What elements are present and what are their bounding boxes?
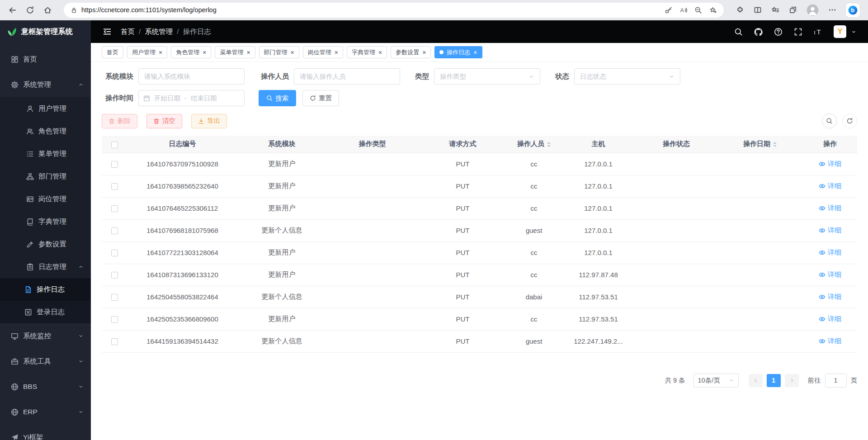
goto-page-input[interactable] (825, 374, 847, 388)
close-icon[interactable]: × (378, 49, 382, 56)
profile-icon[interactable] (807, 4, 819, 16)
close-icon[interactable]: × (473, 49, 477, 56)
tab-post-management[interactable]: 岗位管理× (303, 46, 343, 58)
favorites-bar-icon[interactable] (771, 6, 779, 14)
collections-icon[interactable] (789, 6, 797, 14)
sidebar-item-bbs[interactable]: BBS (0, 374, 91, 399)
operator-input[interactable] (294, 68, 400, 85)
detail-link[interactable]: 详细 (819, 160, 841, 168)
detail-link[interactable]: 详细 (819, 337, 841, 345)
select-all-checkbox[interactable] (111, 142, 118, 148)
tab-user-management[interactable]: 用户管理× (127, 46, 167, 58)
sidebar-item-dict-management[interactable]: 字典管理 (0, 210, 91, 233)
tab-role-management[interactable]: 角色管理× (171, 46, 211, 58)
breadcrumb-item[interactable]: 系统管理 (145, 27, 173, 37)
row-checkbox[interactable] (111, 250, 118, 256)
sort-icon[interactable] (773, 142, 777, 147)
row-checkbox[interactable] (111, 205, 118, 212)
breadcrumb-item[interactable]: 首页 (121, 27, 135, 37)
detail-link[interactable]: 详细 (819, 270, 841, 279)
collapse-sidebar-icon[interactable] (103, 27, 112, 36)
font-size-icon[interactable]: tT (814, 28, 822, 36)
split-screen-icon[interactable] (754, 6, 762, 14)
sidebar-item-system-management[interactable]: 系统管理 (0, 72, 91, 97)
sidebar-item-user-management[interactable]: 用户管理 (0, 97, 91, 120)
zoom-out-icon[interactable] (694, 6, 702, 14)
detail-link[interactable]: 详细 (819, 293, 841, 301)
detail-link[interactable]: 详细 (819, 248, 841, 257)
close-icon[interactable]: × (335, 49, 338, 56)
next-page-button[interactable] (785, 374, 799, 387)
reset-button[interactable]: 重置 (302, 90, 339, 106)
close-icon[interactable]: × (246, 49, 250, 56)
search-toggle-button[interactable] (822, 114, 837, 128)
column-header[interactable]: 操作人员 (507, 136, 561, 153)
more-icon[interactable] (828, 6, 836, 14)
sidebar-item-post-management[interactable]: 岗位管理 (0, 188, 91, 210)
caret-down-icon[interactable] (851, 29, 856, 34)
back-icon[interactable] (8, 6, 17, 14)
yi-logo[interactable]: Y (834, 25, 846, 38)
extensions-icon[interactable] (736, 6, 744, 14)
sidebar-item-system-tools[interactable]: 系统工具 (0, 349, 91, 374)
row-checkbox[interactable] (111, 272, 118, 279)
tab-operation-log[interactable]: 操作日志× (434, 46, 482, 58)
sidebar-item-system-monitor[interactable]: 系统监控 (0, 323, 91, 349)
sidebar-item-operation-log[interactable]: 操作日志 (0, 278, 91, 301)
row-checkbox[interactable] (111, 183, 118, 190)
clear-button[interactable]: 清空 (146, 114, 182, 128)
tab-menu-management[interactable]: 菜单管理× (215, 46, 255, 58)
tab-home[interactable]: 首页 (102, 46, 123, 58)
reload-icon[interactable] (26, 6, 34, 14)
export-button[interactable]: 导出 (191, 114, 227, 128)
sidebar-item-menu-management[interactable]: 菜单管理 (0, 142, 91, 165)
detail-link[interactable]: 详细 (819, 182, 841, 190)
lock-icon[interactable] (71, 7, 77, 14)
column-header[interactable]: 操作日期 (717, 136, 803, 153)
row-checkbox[interactable] (111, 338, 118, 345)
detail-link[interactable]: 详细 (819, 226, 841, 235)
search-button[interactable]: 搜索 (259, 90, 296, 106)
sidebar-item-role-management[interactable]: 角色管理 (0, 120, 91, 142)
row-checkbox[interactable] (111, 294, 118, 301)
sidebar-item-log-management[interactable]: 日志管理 (0, 255, 91, 278)
row-checkbox[interactable] (111, 316, 118, 323)
prev-page-button[interactable] (749, 374, 763, 387)
delete-button[interactable]: 删除 (102, 114, 137, 128)
close-icon[interactable]: × (159, 49, 162, 56)
sort-icon[interactable] (547, 142, 551, 147)
row-checkbox[interactable] (111, 227, 118, 234)
close-icon[interactable]: × (422, 49, 426, 56)
close-icon[interactable]: × (291, 49, 294, 56)
row-checkbox[interactable] (111, 161, 118, 168)
tab-dept-management[interactable]: 部门管理× (259, 46, 299, 58)
search-icon[interactable] (734, 28, 743, 36)
app-logo[interactable]: 意框架管理系统 (0, 20, 91, 43)
sidebar-item-erp[interactable]: ERP (0, 399, 91, 425)
key-icon[interactable] (665, 6, 672, 14)
status-select[interactable]: 日志状态 (574, 68, 680, 85)
module-input[interactable] (138, 68, 245, 85)
fullscreen-icon[interactable] (794, 28, 802, 36)
sidebar-item-home[interactable]: 首页 (0, 47, 91, 72)
github-icon[interactable] (754, 28, 763, 36)
type-select[interactable]: 操作类型 (434, 68, 540, 85)
home-icon[interactable] (43, 6, 52, 14)
sidebar-item-dept-management[interactable]: 部门管理 (0, 165, 91, 188)
sidebar-item-param-settings[interactable]: 参数设置 (0, 233, 91, 255)
read-aloud-icon[interactable]: A (679, 6, 687, 14)
page-number-button[interactable]: 1 (767, 374, 781, 387)
detail-link[interactable]: 详细 (819, 315, 841, 323)
refresh-button[interactable] (842, 114, 857, 128)
detail-link[interactable]: 详细 (819, 204, 841, 213)
sidebar-item-login-log[interactable]: 登录日志 (0, 301, 91, 323)
favorite-add-icon[interactable] (709, 6, 717, 14)
page-size-select[interactable]: 10条/页 (693, 374, 739, 388)
tab-dict-management[interactable]: 字典管理× (347, 46, 387, 58)
sidebar-item-yi-framework[interactable]: Yi框架 (0, 425, 91, 440)
address-bar[interactable]: https://ccnetcore.com:1101/system/log/op… (64, 3, 724, 18)
tab-param-settings[interactable]: 参数设置× (391, 46, 431, 58)
date-range-picker[interactable]: 开始日期 - 结束日期 (138, 90, 245, 106)
close-icon[interactable]: × (203, 49, 206, 56)
question-icon[interactable] (774, 28, 783, 36)
